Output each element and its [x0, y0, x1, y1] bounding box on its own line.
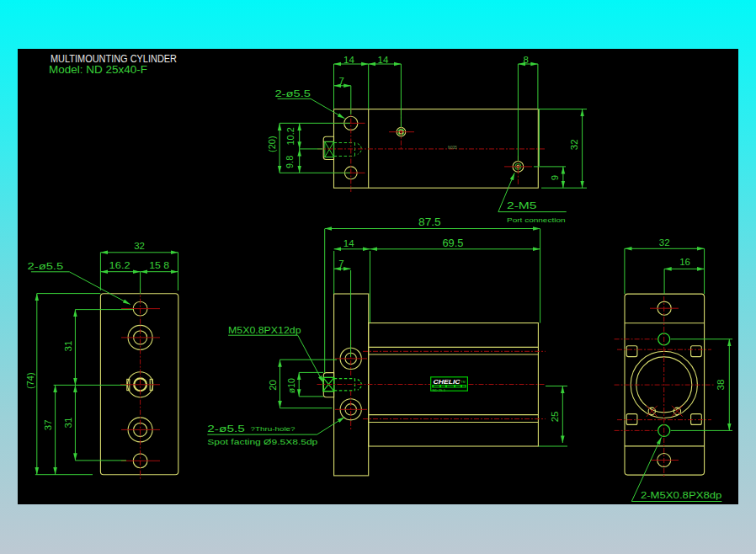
svg-text:M5X0.8PX12dp: M5X0.8PX12dp: [228, 325, 301, 335]
svg-text:14: 14: [343, 238, 354, 248]
svg-text:15 8: 15 8: [149, 260, 169, 270]
svg-text:(20): (20): [267, 136, 277, 152]
svg-text:16.2: 16.2: [109, 260, 130, 270]
svg-text:32: 32: [569, 139, 579, 150]
svg-text:38: 38: [716, 380, 726, 391]
svg-text:14: 14: [343, 55, 354, 65]
svg-text:25: 25: [550, 412, 560, 423]
svg-text:Model: ND 25x40-F: Model: ND 25x40-F: [49, 64, 147, 76]
svg-text:37: 37: [43, 419, 53, 430]
svg-text:2-M5X0.8PX8dp: 2-M5X0.8PX8dp: [641, 490, 722, 500]
svg-text:7: 7: [338, 258, 343, 269]
svg-text:8: 8: [524, 55, 529, 65]
svg-text:87.5: 87.5: [418, 216, 441, 228]
svg-text:32: 32: [659, 237, 670, 248]
svg-text:2-ø5.5: 2-ø5.5: [28, 261, 64, 271]
svg-text:20: 20: [268, 380, 278, 391]
svg-text:10.2: 10.2: [285, 127, 295, 145]
svg-text:69.5: 69.5: [442, 237, 463, 249]
svg-text:2-ø5.5: 2-ø5.5: [207, 423, 244, 434]
svg-text:31: 31: [63, 418, 73, 429]
svg-text:2-ø5.5: 2-ø5.5: [274, 88, 311, 99]
svg-text:7: 7: [339, 76, 344, 86]
svg-text:MULTIMOUNTING CYLINDER: MULTIMOUNTING CYLINDER: [51, 53, 177, 65]
svg-text:ND 25-1: ND 25-1: [433, 388, 446, 392]
svg-text:ø10: ø10: [286, 378, 296, 393]
svg-text:(74): (74): [25, 372, 35, 389]
svg-text:Port connection: Port connection: [507, 216, 566, 224]
svg-text:31: 31: [63, 341, 73, 352]
svg-text:16: 16: [679, 257, 690, 267]
svg-text:9: 9: [550, 175, 560, 180]
svg-text:N035: N035: [448, 146, 457, 150]
svg-text:TM: TM: [461, 381, 466, 384]
svg-text:?Thru-hole?: ?Thru-hole?: [251, 425, 296, 433]
svg-text:2-M5: 2-M5: [507, 200, 537, 210]
svg-text:9.8: 9.8: [285, 156, 295, 168]
svg-text:14: 14: [378, 55, 389, 65]
svg-text:32: 32: [134, 241, 145, 251]
svg-text:Spot facting Ø9.5X8.5dp: Spot facting Ø9.5X8.5dp: [207, 437, 317, 446]
svg-text:CHELIC: CHELIC: [434, 378, 461, 386]
